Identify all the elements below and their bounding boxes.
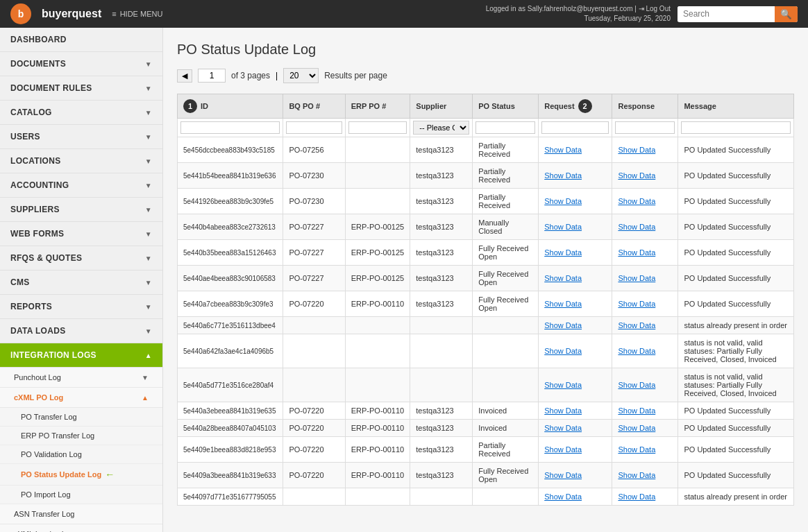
- show-response-link[interactable]: Show Data: [618, 274, 655, 282]
- hide-menu-button[interactable]: ≡ HIDE MENU: [112, 10, 162, 18]
- show-request-link[interactable]: Show Data: [544, 321, 582, 329]
- cell-id: 5e440a5d771e3516ce280af4: [178, 368, 283, 402]
- show-request-link[interactable]: Show Data: [544, 171, 582, 180]
- cell-message: status already present in order: [678, 317, 794, 334]
- submenu-item-po-status-update-log[interactable]: PO Status Update Log ←: [0, 464, 162, 486]
- submenu-item-cxml-po-log[interactable]: cXML PO Log ▲: [0, 388, 162, 408]
- cell-supplier: testqa3123: [410, 189, 473, 214]
- show-response-link[interactable]: Show Data: [618, 300, 655, 308]
- filter-response-input[interactable]: [615, 121, 675, 134]
- filter-po-status-input[interactable]: [475, 121, 535, 134]
- cell-bq-po: PO-07220: [283, 463, 345, 488]
- show-request-link[interactable]: Show Data: [544, 223, 582, 231]
- show-response-link[interactable]: Show Data: [618, 171, 655, 180]
- sidebar-item-suppliers[interactable]: SUPPLIERS ▼: [0, 198, 162, 222]
- filter-bq-po-input[interactable]: [286, 121, 342, 134]
- sidebar-item-users[interactable]: USERS ▼: [0, 125, 162, 149]
- show-request-link[interactable]: Show Data: [544, 248, 582, 257]
- cell-po-status: Fully Received Open: [473, 240, 539, 266]
- cell-supplier: testqa3123: [410, 437, 473, 463]
- cell-response: Show Data: [612, 266, 678, 291]
- chevron-down-icon: ▼: [145, 109, 152, 117]
- show-response-link[interactable]: Show Data: [618, 248, 655, 257]
- sidebar-item-data-loads[interactable]: DATA LOADS ▼: [0, 319, 162, 343]
- user-date: Tuesday, February 25, 2020: [486, 14, 671, 24]
- filter-message-input[interactable]: [681, 121, 791, 134]
- table-row: 5e440a6c771e3516113dbee4 Show Data Show …: [178, 317, 794, 334]
- col-header-supplier: Supplier: [410, 94, 473, 119]
- cell-bq-po: [283, 368, 345, 402]
- submenu-item-cxml-invoice-log[interactable]: cXML Invoice Log ▼: [0, 524, 162, 532]
- show-response-link[interactable]: Show Data: [618, 347, 655, 355]
- chevron-up-icon: ▲: [142, 394, 149, 402]
- submenu-item-po-import-log[interactable]: PO Import Log: [0, 486, 162, 504]
- show-request-link[interactable]: Show Data: [544, 445, 582, 454]
- sidebar-item-integration-logs[interactable]: INTEGRATION LOGS ▲: [0, 343, 162, 368]
- submenu-item-erp-po-transfer-log[interactable]: ERP PO Transfer Log: [0, 427, 162, 445]
- search-input[interactable]: [677, 6, 775, 22]
- sidebar-item-dashboard[interactable]: DASHBOARD: [0, 28, 162, 52]
- show-response-link[interactable]: Show Data: [618, 381, 655, 389]
- show-request-link[interactable]: Show Data: [544, 492, 582, 501]
- sidebar-item-locations[interactable]: LOCATIONS ▼: [0, 149, 162, 173]
- cell-request: Show Data: [539, 420, 612, 437]
- show-request-link[interactable]: Show Data: [544, 424, 582, 432]
- show-response-link[interactable]: Show Data: [618, 424, 655, 432]
- sidebar-item-rfqs-quotes[interactable]: RFQS & QUOTES ▼: [0, 246, 162, 271]
- show-request-link[interactable]: Show Data: [544, 406, 582, 415]
- submenu-item-asn-transfer-log[interactable]: ASN Transfer Log: [0, 504, 162, 524]
- show-response-link[interactable]: Show Data: [618, 146, 655, 154]
- cell-message: PO Updated Successfully: [678, 137, 794, 163]
- sidebar-item-documents[interactable]: DOCUMENTS ▼: [0, 52, 162, 76]
- cell-bq-po: PO-07230: [283, 189, 345, 214]
- cell-id: 5e440b35beea883a15126463: [178, 240, 283, 266]
- chevron-down-icon: ▼: [145, 303, 152, 311]
- cell-response: Show Data: [612, 402, 678, 420]
- table-row: 5e440a5d771e3516ce280af4 Show Data Show …: [178, 368, 794, 402]
- table-filter-row: -- Please Choose --: [178, 119, 794, 137]
- page-number-input[interactable]: [198, 69, 226, 83]
- cell-po-status: [473, 368, 539, 402]
- filter-supplier-select[interactable]: -- Please Choose --: [413, 121, 469, 135]
- search-button[interactable]: 🔍: [775, 6, 798, 22]
- chevron-down-icon: ▼: [145, 85, 152, 92]
- chevron-down-icon: ▼: [145, 279, 152, 286]
- sidebar-item-document-rules[interactable]: DOCUMENT RULES ▼: [0, 76, 162, 101]
- show-response-link[interactable]: Show Data: [618, 445, 655, 454]
- filter-id-input[interactable]: [180, 121, 280, 134]
- table-wrapper: 1 ID BQ PO # ERP PO # Supplier PO Status…: [177, 94, 794, 506]
- show-request-link[interactable]: Show Data: [544, 146, 582, 154]
- sidebar-item-web-forms[interactable]: WEB FORMS ▼: [0, 222, 162, 246]
- show-response-link[interactable]: Show Data: [618, 197, 655, 205]
- total-pages-text: of 3 pages: [231, 71, 270, 80]
- filter-erp-po-input[interactable]: [348, 121, 407, 134]
- cell-po-status: Fully Received Open: [473, 266, 539, 291]
- cell-message: PO Updated Successfully: [678, 240, 794, 266]
- cell-request: Show Data: [539, 189, 612, 214]
- prev-page-button[interactable]: ◀: [177, 69, 192, 83]
- submenu-item-po-validation-log[interactable]: PO Validation Log: [0, 445, 162, 464]
- show-request-link[interactable]: Show Data: [544, 197, 582, 205]
- cell-id: 5e440a6c771e3516113dbee4: [178, 317, 283, 334]
- show-request-link[interactable]: Show Data: [544, 471, 582, 479]
- sidebar-item-accounting[interactable]: ACCOUNTING ▼: [0, 173, 162, 198]
- show-request-link[interactable]: Show Data: [544, 300, 582, 308]
- show-response-link[interactable]: Show Data: [618, 492, 655, 501]
- sidebar-item-cms[interactable]: CMS ▼: [0, 271, 162, 295]
- sidebar-item-reports[interactable]: REPORTS ▼: [0, 295, 162, 319]
- show-response-link[interactable]: Show Data: [618, 406, 655, 415]
- show-response-link[interactable]: Show Data: [618, 471, 655, 479]
- sidebar-item-catalog[interactable]: CATALOG ▼: [0, 101, 162, 125]
- show-request-link[interactable]: Show Data: [544, 274, 582, 282]
- cell-po-status: Partially Received: [473, 137, 539, 163]
- show-response-link[interactable]: Show Data: [618, 223, 655, 231]
- table-row: 5e440a3ebeea8841b319e635 PO-07220 ERP-PO…: [178, 402, 794, 420]
- table-row: 5e440a7cbeea883b9c309fe3 PO-07220 ERP-PO…: [178, 291, 794, 317]
- submenu-item-po-transfer-log[interactable]: PO Transfer Log: [0, 408, 162, 427]
- submenu-item-punchout-log[interactable]: Punchout Log ▼: [0, 368, 162, 388]
- results-per-page-select[interactable]: 10 20 50 100: [283, 68, 319, 83]
- show-response-link[interactable]: Show Data: [618, 321, 655, 329]
- show-request-link[interactable]: Show Data: [544, 381, 582, 389]
- filter-request-input[interactable]: [541, 121, 609, 134]
- show-request-link[interactable]: Show Data: [544, 347, 582, 355]
